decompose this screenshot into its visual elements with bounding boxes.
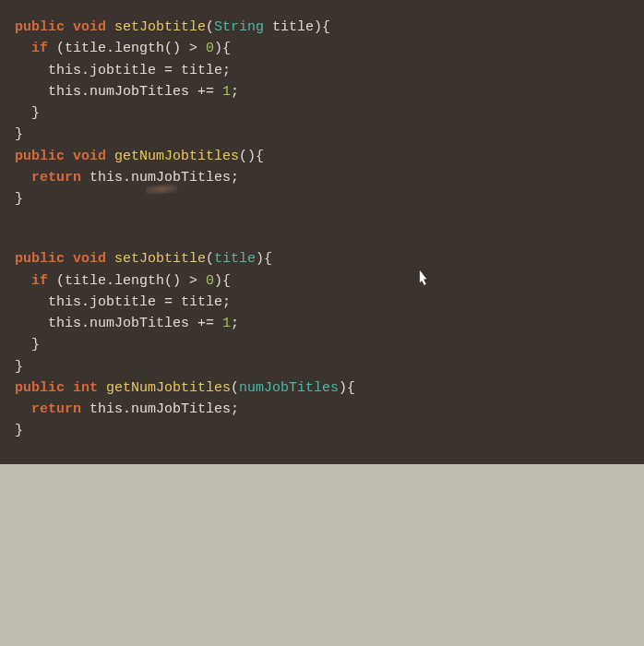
number: 1 <box>222 84 231 100</box>
method-name: getNumJobtitles <box>98 380 231 396</box>
code-line: } <box>15 102 629 124</box>
number: 0 <box>206 273 214 289</box>
keyword: void <box>65 19 106 35</box>
paren: ( <box>206 251 214 267</box>
code: this.numJobTitles; <box>81 401 239 417</box>
brace: } <box>15 126 23 142</box>
code-line: } <box>15 334 629 355</box>
punc: ){ <box>214 273 231 289</box>
keyword: public <box>15 251 65 267</box>
indent <box>15 41 31 56</box>
code-line: } <box>15 188 629 209</box>
code-line: public void getNumJobtitles(){ <box>15 146 629 167</box>
code: this.numJobTitles; <box>81 170 239 185</box>
code: this.numJobTitles += <box>15 84 222 100</box>
code: this.jobtitle = title; <box>15 294 231 310</box>
code: this.numJobTitles += <box>15 316 222 331</box>
code-line: } <box>15 420 629 441</box>
code: (title.length() > <box>48 41 206 56</box>
code-line: this.numJobTitles += 1; <box>15 81 629 102</box>
keyword: int <box>65 380 98 396</box>
code-line: this.jobtitle = title; <box>15 292 629 313</box>
code-line: return this.numJobTitles; <box>15 167 629 188</box>
paren: ( <box>206 19 214 35</box>
method-name: setJobtitle <box>106 19 206 35</box>
indent <box>15 170 31 185</box>
code-line: public void setJobtitle(title){ <box>15 248 629 269</box>
brace: } <box>15 423 23 438</box>
punc: ){ <box>339 380 355 396</box>
code-line: public int getNumJobtitles(numJobTitles)… <box>15 377 629 399</box>
brace: } <box>15 359 23 375</box>
keyword: void <box>65 149 106 164</box>
keyword: return <box>31 401 81 417</box>
brace: } <box>15 191 23 207</box>
punc: ){ <box>214 41 231 56</box>
punc: ){ <box>256 251 272 267</box>
punc: ){ <box>314 19 330 35</box>
brace: } <box>15 105 40 121</box>
keyword: return <box>31 170 81 185</box>
method-name: setJobtitle <box>106 251 206 267</box>
method-name: getNumJobtitles <box>106 149 239 164</box>
punc: ; <box>231 316 239 331</box>
code-line: this.jobtitle = title; <box>15 60 629 81</box>
keyword: if <box>31 273 48 289</box>
keyword: void <box>65 251 106 267</box>
punc: (){ <box>239 149 264 164</box>
param: title <box>272 19 314 35</box>
punc: ; <box>231 84 239 100</box>
param: numJobTitles <box>239 380 339 396</box>
code-block-1: public void setJobtitle(String title){ i… <box>0 0 644 232</box>
code: this.jobtitle = title; <box>15 63 231 78</box>
param: title <box>214 251 256 267</box>
code-line: if (title.length() > 0){ <box>15 270 629 292</box>
brace: } <box>15 337 40 353</box>
code-line: return this.numJobTitles; <box>15 399 629 420</box>
keyword: public <box>15 19 65 35</box>
number: 1 <box>222 316 231 331</box>
paren: ( <box>231 380 239 396</box>
code-line: this.numJobTitles += 1; <box>15 313 629 334</box>
code-line: } <box>15 124 629 145</box>
indent <box>15 401 31 417</box>
code-block-2: public void setJobtitle(title){ if (titl… <box>0 232 644 463</box>
type: String <box>214 19 272 35</box>
code-line: public void setJobtitle(String title){ <box>15 17 629 38</box>
number: 0 <box>206 41 214 56</box>
code-line: if (title.length() > 0){ <box>15 38 629 59</box>
code-line: } <box>15 356 629 377</box>
keyword: public <box>15 380 65 396</box>
keyword: public <box>15 149 65 164</box>
code: (title.length() > <box>48 273 206 289</box>
keyword: if <box>31 41 48 56</box>
indent <box>15 273 31 289</box>
